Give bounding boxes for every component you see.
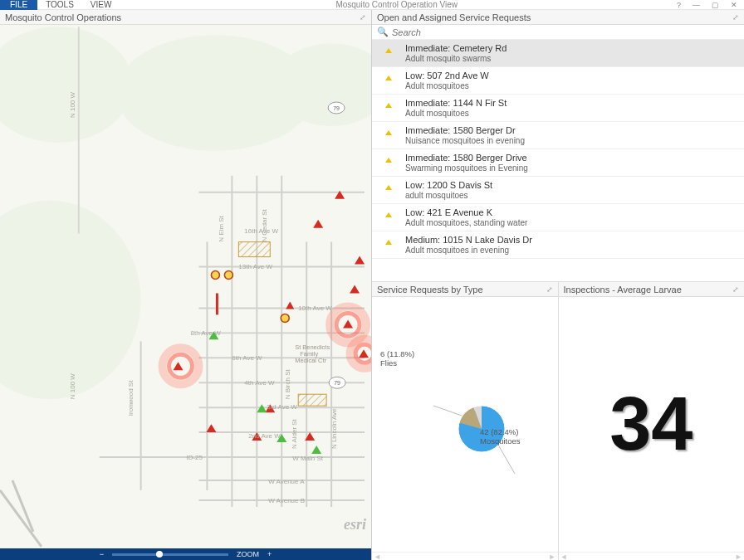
request-title: Low: 507 2nd Ave W xyxy=(405,71,489,80)
search-row: 🔍 xyxy=(372,25,744,40)
svg-text:N Lincoln Ave: N Lincoln Ave xyxy=(330,408,338,449)
zoom-slider[interactable] xyxy=(112,553,228,556)
request-sub: Adult mosquitoes in evening xyxy=(405,246,532,255)
svg-rect-27 xyxy=(238,242,270,257)
popout-icon[interactable]: ⤢ xyxy=(732,285,739,294)
svg-text:10th Ave W: 10th Ave W xyxy=(298,304,332,312)
larvae-value: 34 xyxy=(609,382,693,467)
request-sub: Swarming mosquitoes in Evening xyxy=(405,163,528,173)
prev-icon[interactable]: ◄ xyxy=(374,553,381,561)
requests-panel: Open and Assigned Service Requests ⤢ 🔍 I… xyxy=(372,10,744,282)
request-sub: Adult mosquitoes, standing water xyxy=(405,218,527,227)
list-item[interactable]: Medium: 1015 N Lake Davis Dr Adult mosqu… xyxy=(372,231,744,259)
bottom-panels: Service Requests by Type ⤢ xyxy=(372,282,744,560)
zoom-out-icon[interactable]: − xyxy=(100,550,104,558)
svg-text:3rd Ave W: 3rd Ave W xyxy=(267,403,297,411)
pie-panel: Service Requests by Type ⤢ xyxy=(372,282,559,560)
request-sub: Nuisance mosquitoes in evening xyxy=(405,136,525,145)
menu-tools[interactable]: TOOLS xyxy=(37,0,82,10)
request-sub: Adult mosquito swarms xyxy=(405,54,507,63)
pie-content: 6 (11.8%) Flies 42 (82.4%) Mosquitoes xyxy=(372,297,558,552)
list-item[interactable]: Immediate: 1580 Berger Drive Swarming mo… xyxy=(372,149,744,177)
menu-file[interactable]: FILE xyxy=(0,0,37,10)
svg-text:N Alder St: N Alder St xyxy=(291,418,298,449)
svg-rect-28 xyxy=(298,394,326,406)
map-panel-title: Mosquito Control Operations xyxy=(5,12,121,22)
map-panel-header: Mosquito Control Operations ⤢ xyxy=(0,10,371,25)
list-item[interactable]: Immediate: 1144 N Fir St Adult mosquitoe… xyxy=(372,95,744,122)
svg-text:N Birch St: N Birch St xyxy=(284,369,291,400)
popout-icon[interactable]: ⤢ xyxy=(546,285,553,294)
request-title: Immediate: 1580 Berger Dr xyxy=(405,125,525,135)
request-sub: adult mosquitoes xyxy=(405,191,492,200)
svg-point-52 xyxy=(224,271,232,280)
request-title: Medium: 1015 N Lake Davis Dr xyxy=(405,235,532,245)
popout-icon[interactable]: ⤢ xyxy=(732,13,739,22)
list-item[interactable]: Immediate: Cemetery Rd Adult mosquito sw… xyxy=(372,40,744,67)
request-list[interactable]: Immediate: Cemetery Rd Adult mosquito sw… xyxy=(372,40,744,281)
svg-text:2nd Ave W: 2nd Ave W xyxy=(248,432,281,440)
list-item[interactable]: Low: 1200 S Davis St adult mosquitoes xyxy=(372,177,744,204)
help-button[interactable]: ? xyxy=(673,1,684,9)
minimize-button[interactable]: — xyxy=(689,1,703,9)
larvae-panel-header: Inspections - Average Larvae ⤢ xyxy=(559,282,745,297)
search-input[interactable] xyxy=(392,27,739,37)
triangle-icon xyxy=(385,48,392,53)
app-title: Mosquito Control Operation View xyxy=(120,0,673,9)
triangle-icon xyxy=(385,240,392,245)
svg-line-81 xyxy=(499,446,515,474)
triangle-icon xyxy=(385,212,392,217)
triangle-icon xyxy=(385,75,392,80)
zoom-in-icon[interactable]: + xyxy=(267,550,272,558)
pie-nav: ◄ ► xyxy=(372,552,558,560)
request-title: Immediate: 1144 N Fir St xyxy=(405,98,507,108)
svg-text:Ironwood St: Ironwood St xyxy=(127,380,135,416)
list-item[interactable]: Low: 507 2nd Ave W Adult mosquitoes xyxy=(372,67,744,95)
titlebar: FILE TOOLS VIEW Mosquito Control Operati… xyxy=(0,0,744,10)
larvae-nav: ◄ ► xyxy=(559,552,745,560)
svg-text:79: 79 xyxy=(334,380,340,386)
pie-panel-header: Service Requests by Type ⤢ xyxy=(372,282,558,297)
requests-title: Open and Assigned Service Requests xyxy=(377,12,531,22)
svg-text:N Elm St: N Elm St xyxy=(218,215,225,241)
triangle-icon xyxy=(385,158,392,163)
search-icon: 🔍 xyxy=(377,27,389,37)
request-title: Low: 1200 S Davis St xyxy=(405,180,492,190)
svg-line-80 xyxy=(433,406,462,416)
triangle-icon xyxy=(385,185,392,190)
map-canvas[interactable]: 16th Ave W 13th Ave W 10th Ave W 8th Ave… xyxy=(0,25,371,548)
request-title: Immediate: Cemetery Rd xyxy=(405,43,507,53)
zoom-label: ZOOM xyxy=(237,550,259,558)
map-zoom-bar[interactable]: − ZOOM + xyxy=(0,548,371,560)
pie-label-mosquitoes: 42 (82.4%) Mosquitoes xyxy=(480,428,521,446)
request-title: Low: 421 E Avenue K xyxy=(405,207,527,217)
svg-text:W Main St: W Main St xyxy=(292,455,324,462)
maximize-button[interactable]: ▢ xyxy=(708,1,722,9)
prev-icon[interactable]: ◄ xyxy=(560,553,568,561)
svg-text:4th Ave W: 4th Ave W xyxy=(244,379,275,387)
close-button[interactable]: ✕ xyxy=(727,1,741,9)
popout-icon[interactable]: ⤢ xyxy=(360,13,366,22)
svg-text:ID-25: ID-25 xyxy=(186,454,203,461)
svg-point-51 xyxy=(211,271,219,280)
pie-title: Service Requests by Type xyxy=(377,285,483,295)
svg-point-53 xyxy=(281,314,289,322)
list-item[interactable]: Immediate: 1580 Berger Dr Nuisance mosqu… xyxy=(372,122,744,149)
svg-text:79: 79 xyxy=(333,105,340,111)
esri-attribution: esri xyxy=(344,516,366,533)
menu-view[interactable]: VIEW xyxy=(82,0,120,10)
larvae-title: Inspections - Average Larvae xyxy=(564,285,682,295)
svg-text:N 100 W: N 100 W xyxy=(69,91,76,117)
window-controls: ? — ▢ ✕ xyxy=(673,1,744,9)
svg-text:W Avenue B: W Avenue B xyxy=(268,497,305,504)
next-icon[interactable]: ► xyxy=(549,553,556,561)
request-title: Immediate: 1580 Berger Drive xyxy=(405,153,528,163)
svg-text:8th Ave W: 8th Ave W xyxy=(190,329,221,337)
next-icon[interactable]: ► xyxy=(735,553,742,561)
svg-text:13th Ave W: 13th Ave W xyxy=(238,263,272,270)
svg-text:6th Ave W: 6th Ave W xyxy=(232,354,262,362)
list-item[interactable]: Low: 421 E Avenue K Adult mosquitoes, st… xyxy=(372,204,744,231)
map-panel: Mosquito Control Operations ⤢ xyxy=(0,10,372,560)
request-sub: Adult mosquitoes xyxy=(405,109,507,118)
svg-text:W Avenue A: W Avenue A xyxy=(268,478,305,485)
